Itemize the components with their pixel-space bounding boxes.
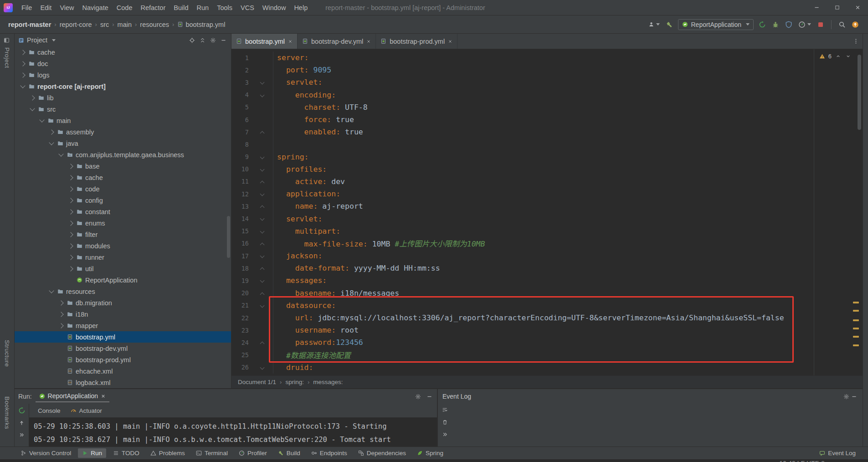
- tree-item-bootstrap-yml[interactable]: bootstrap.yml: [15, 331, 231, 343]
- project-view-dropdown-icon[interactable]: [52, 39, 56, 41]
- breadcrumb-item[interactable]: bootstrap.yml: [185, 21, 225, 28]
- debug-button[interactable]: [771, 20, 780, 29]
- menu-navigate[interactable]: Navigate: [78, 4, 113, 11]
- tree-item-mapper[interactable]: mapper: [15, 320, 231, 331]
- code-line[interactable]: 2 port: 9095: [231, 64, 863, 76]
- breadcrumb-item[interactable]: main: [118, 21, 132, 28]
- breadcrumb-item[interactable]: report-core: [60, 21, 92, 28]
- editor-body[interactable]: 1server:2 port: 90953 servlet:4 encoding…: [231, 49, 863, 375]
- tree-chevron-icon[interactable]: [68, 266, 73, 271]
- locate-file-button[interactable]: [188, 36, 196, 44]
- statusbar-item-version-control[interactable]: Version Control: [16, 448, 75, 458]
- error-stripe-mark[interactable]: [853, 344, 859, 346]
- tree-item-bootstrap-dev-yml[interactable]: bootstrap-dev.yml: [15, 343, 231, 354]
- statusbar-item-problems[interactable]: Problems: [146, 448, 189, 458]
- run-configuration-select[interactable]: ReportApplication: [678, 19, 754, 30]
- event-log-settings-button[interactable]: [842, 393, 850, 400]
- tree-chevron-icon[interactable]: [68, 175, 73, 180]
- tree-item-filter[interactable]: filter: [15, 229, 231, 240]
- breadcrumb-item[interactable]: resources: [140, 21, 169, 28]
- code-line[interactable]: 9spring:: [231, 151, 863, 163]
- close-tab-icon[interactable]: [448, 39, 452, 44]
- fold-marker-icon[interactable]: [260, 216, 265, 221]
- stop-button[interactable]: [816, 20, 825, 29]
- panel-settings-button[interactable]: [209, 36, 217, 44]
- coverage-button[interactable]: [784, 20, 793, 29]
- menu-run[interactable]: Run: [193, 4, 213, 11]
- tree-item-config[interactable]: config: [15, 195, 231, 206]
- update-notification-button[interactable]: [851, 20, 860, 29]
- error-stripe-mark[interactable]: [853, 302, 859, 303]
- collapse-all-button[interactable]: [199, 36, 206, 44]
- stripe-button-structure[interactable]: Structure: [4, 340, 10, 367]
- code-line[interactable]: 17 jackson:: [231, 250, 863, 262]
- stripe-button-project[interactable]: Project: [4, 47, 10, 68]
- menu-refactor[interactable]: Refactor: [136, 4, 169, 11]
- tree-chevron-icon[interactable]: [68, 221, 73, 226]
- fold-marker-icon[interactable]: [260, 342, 265, 346]
- fold-marker-icon[interactable]: [260, 242, 265, 247]
- editor-scrollbar[interactable]: [858, 55, 861, 130]
- code-line[interactable]: 16 max-file-size: 10MB #上传图片大小限制为10MB: [231, 237, 863, 250]
- fold-marker-icon[interactable]: [260, 167, 265, 171]
- code-line[interactable]: 13 name: aj-report: [231, 200, 863, 212]
- tree-chevron-icon[interactable]: [20, 50, 25, 55]
- fold-marker-icon[interactable]: [260, 229, 265, 233]
- project-tree-scrollbar[interactable]: [227, 216, 230, 258]
- tree-item-i18n[interactable]: i18n: [15, 308, 231, 320]
- console-tab-actuator[interactable]: Actuator: [67, 406, 106, 416]
- code-line[interactable]: 3 servlet:: [231, 76, 863, 88]
- statusbar-item-todo[interactable]: TODO: [109, 448, 144, 458]
- tree-chevron-icon[interactable]: [68, 255, 73, 260]
- tree-item-com-anjiplus-template-gaea-business[interactable]: com.anjiplus.template.gaea.business: [15, 149, 231, 160]
- code-line[interactable]: 14 servlet:: [231, 212, 863, 225]
- scroll-to-top-button[interactable]: [18, 419, 26, 427]
- code-line[interactable]: 12 application:: [231, 188, 863, 200]
- console-output[interactable]: 05-29 10:25:38.603 | main |-INFO o.a.coy…: [29, 417, 437, 447]
- tree-item-src[interactable]: src: [15, 103, 231, 115]
- tree-chevron-icon[interactable]: [58, 323, 63, 328]
- tree-item-bootstrap-prod-yml[interactable]: bootstrap-prod.yml: [15, 354, 231, 365]
- tree-item-ehcache-xml[interactable]: ehcache.xml: [15, 365, 231, 377]
- tree-chevron-icon[interactable]: [58, 151, 63, 156]
- tree-item-modules[interactable]: modules: [15, 240, 231, 252]
- fold-marker-icon[interactable]: [260, 205, 265, 210]
- tree-item-base[interactable]: base: [15, 160, 231, 172]
- project-tool-icon[interactable]: [3, 36, 10, 44]
- menu-help[interactable]: Help: [290, 4, 312, 11]
- editor-tab-bootstrap-prod-yml[interactable]: bootstrap-prod.yml: [376, 34, 457, 49]
- error-stripe-mark[interactable]: [853, 336, 859, 338]
- fold-marker-icon[interactable]: [260, 292, 265, 297]
- fold-marker-icon[interactable]: [260, 92, 265, 97]
- console-tab-console[interactable]: Console: [34, 406, 65, 416]
- tree-chevron-icon[interactable]: [49, 129, 54, 134]
- tree-item-main[interactable]: main: [15, 115, 231, 126]
- editor-breadcrumb-item[interactable]: spring:: [285, 379, 304, 385]
- rerun-application-button[interactable]: [17, 406, 26, 415]
- tree-chevron-icon[interactable]: [68, 186, 73, 191]
- tree-chevron-icon[interactable]: [68, 164, 73, 169]
- statusbar-item-endpoints[interactable]: Endpoints: [307, 448, 351, 458]
- breadcrumb-item[interactable]: report-master: [8, 21, 51, 28]
- tree-item-resources[interactable]: resources: [15, 286, 231, 297]
- fold-marker-icon[interactable]: [260, 192, 265, 196]
- tree-item-cache[interactable]: cache: [15, 172, 231, 183]
- code-line[interactable]: 7 enabled: true: [231, 126, 863, 138]
- code-line[interactable]: 6 force: true: [231, 113, 863, 126]
- statusbar-item-event-log[interactable]: Event Log: [815, 448, 860, 458]
- fold-marker-icon[interactable]: [260, 278, 265, 283]
- tree-item-code[interactable]: code: [15, 183, 231, 195]
- tree-item-cache[interactable]: cache: [15, 46, 231, 58]
- tree-item-constant[interactable]: constant: [15, 206, 231, 217]
- tree-chevron-icon[interactable]: [30, 106, 35, 111]
- fold-marker-icon[interactable]: [260, 254, 265, 258]
- tree-chevron-icon[interactable]: [68, 198, 73, 203]
- hide-panel-button[interactable]: [220, 36, 227, 44]
- run-configuration-tab[interactable]: ReportApplication: [36, 390, 110, 402]
- editor-breadcrumb-item[interactable]: Document 1/1: [238, 379, 276, 385]
- menu-edit[interactable]: Edit: [36, 4, 56, 11]
- tree-item-runner[interactable]: runner: [15, 252, 231, 263]
- code-line[interactable]: 5 charset: UTF-8: [231, 101, 863, 113]
- tree-item-logs[interactable]: logs: [15, 69, 231, 81]
- search-everywhere-button[interactable]: [837, 20, 847, 29]
